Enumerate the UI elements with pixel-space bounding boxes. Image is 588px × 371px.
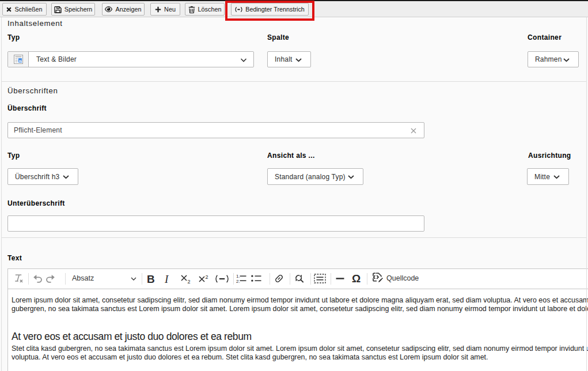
svg-text:1.: 1. [236, 274, 240, 279]
svg-text:2: 2 [188, 279, 191, 284]
svg-text:2: 2 [206, 274, 208, 280]
svg-text:2.: 2. [236, 279, 240, 283]
